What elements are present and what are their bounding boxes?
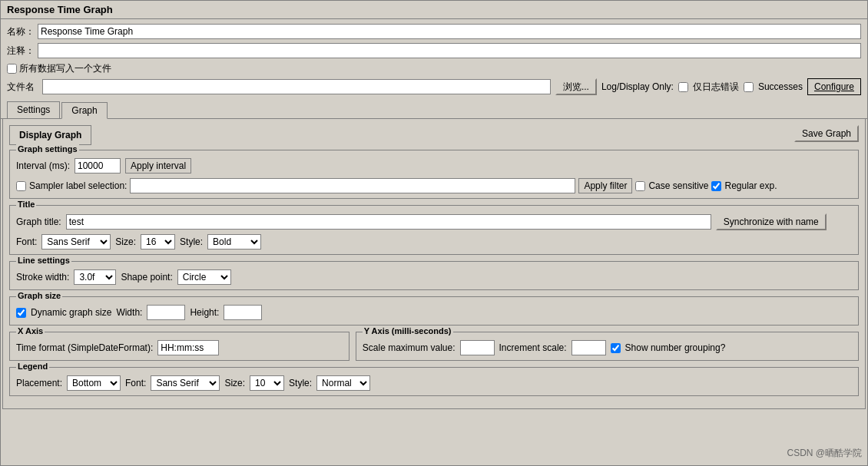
tabs-bar: Settings Graph	[1, 100, 867, 119]
font-select[interactable]: Sans SerifSerifMonospaced	[41, 234, 111, 250]
log-errors-checkbox[interactable]	[678, 82, 688, 92]
name-input[interactable]	[38, 24, 861, 39]
all-data-row: 所有数据写入一个文件	[7, 62, 861, 75]
y-axis-row: Scale maximum value: Increment scale: Sh…	[363, 340, 852, 355]
increment-scale-input[interactable]	[571, 340, 606, 355]
show-grouping-checkbox[interactable]	[611, 343, 621, 353]
axis-row: X Axis Time format (SimpleDateFormat): Y…	[9, 332, 859, 361]
stroke-width-label: Stroke width:	[16, 272, 69, 283]
graph-title-input[interactable]	[66, 214, 711, 230]
legend-row: Placement: BottomTopLeftRight Font: Sans…	[16, 375, 852, 391]
time-format-row: Time format (SimpleDateFormat):	[16, 340, 343, 355]
font2-label: Font:	[125, 378, 146, 388]
sampler-checkbox[interactable]	[16, 181, 26, 191]
graph-settings-content: Interval (ms): Apply interval Sampler la…	[16, 154, 852, 193]
main-window: Response Time Graph 名称： 注释： 所有数据写入一个文件 文…	[0, 0, 868, 466]
dynamic-graph-label: Dynamic graph size	[31, 307, 111, 318]
size2-label: Size:	[224, 378, 245, 388]
note-input[interactable]	[38, 43, 861, 58]
width-input[interactable]	[147, 305, 185, 320]
dynamic-graph-checkbox[interactable]	[16, 308, 26, 318]
sampler-input[interactable]	[130, 178, 575, 193]
sampler-label: Sampler label selection:	[29, 180, 127, 191]
style-select[interactable]: BoldItalicNormal	[207, 234, 261, 250]
legend-section: Legend Placement: BottomTopLeftRight Fon…	[9, 367, 859, 396]
graph-tab-content: Display Graph Save Graph Graph settings …	[2, 119, 866, 409]
top-btn-row: Display Graph Save Graph	[9, 125, 859, 145]
interval-label: Interval (ms):	[16, 160, 70, 171]
interval-input[interactable]	[75, 158, 121, 174]
apply-interval-button[interactable]: Apply interval	[125, 158, 191, 174]
y-axis-content: Scale maximum value: Increment scale: Sh…	[363, 335, 852, 355]
file-input[interactable]	[42, 79, 551, 94]
browse-button[interactable]: 浏览...	[555, 78, 597, 95]
regular-exp-label: Regular exp.	[724, 180, 777, 191]
shape-point-label: Shape point:	[121, 272, 172, 283]
regular-exp-checkbox[interactable]	[711, 181, 721, 191]
sampler-row: Sampler label selection: Apply filter Ca…	[16, 178, 852, 193]
size-label: Size:	[115, 236, 136, 247]
x-axis-label: X Axis	[16, 326, 45, 335]
display-graph-button[interactable]: Display Graph	[9, 125, 91, 145]
title-section: Title Graph title: Synchronize with name…	[9, 205, 859, 255]
name-row: 名称：	[7, 24, 861, 39]
graph-settings-label: Graph settings	[16, 144, 79, 154]
successes-label: Successes	[758, 81, 803, 92]
save-graph-button[interactable]: Save Graph	[794, 125, 859, 142]
stroke-width-select[interactable]: 1.0f2.0f3.0f4.0f	[74, 269, 116, 285]
case-sensitive-checkbox[interactable]	[635, 181, 645, 191]
configure-button[interactable]: Configure	[807, 78, 861, 95]
legend-label: Legend	[16, 362, 49, 371]
all-data-label: 所有数据写入一个文件	[19, 62, 111, 75]
time-format-label: Time format (SimpleDateFormat):	[16, 342, 153, 353]
font-row: Font: Sans SerifSerifMonospaced Size: 81…	[16, 234, 852, 250]
tab-graph[interactable]: Graph	[61, 102, 107, 119]
note-label: 注释：	[7, 45, 35, 58]
x-axis-section: X Axis Time format (SimpleDateFormat):	[9, 332, 350, 361]
font2-select[interactable]: Sans SerifSerifMonospaced	[151, 375, 220, 391]
line-settings-row: Stroke width: 1.0f2.0f3.0f4.0f Shape poi…	[16, 269, 852, 285]
width-label: Width:	[116, 307, 142, 318]
style2-select[interactable]: NormalBoldItalic	[316, 375, 370, 391]
font-label: Font:	[16, 236, 37, 247]
file-label: 文件名	[7, 81, 35, 94]
style2-label: Style:	[289, 378, 312, 388]
increment-scale-label: Increment scale:	[499, 342, 567, 353]
title-bar: Response Time Graph	[1, 1, 867, 19]
log-display-label: Log/Display Only:	[601, 81, 674, 92]
x-axis-content: Time format (SimpleDateFormat):	[16, 335, 343, 355]
all-data-checkbox[interactable]	[7, 64, 17, 74]
graph-size-section: Graph size Dynamic graph size Width: Hei…	[9, 296, 859, 326]
line-settings-label: Line settings	[16, 256, 71, 265]
graph-title-row: Graph title: Synchronize with name	[16, 213, 852, 230]
placement-select[interactable]: BottomTopLeftRight	[67, 375, 121, 391]
apply-filter-button[interactable]: Apply filter	[578, 178, 632, 193]
case-sensitive-label: Case sensitive	[648, 180, 708, 191]
height-input[interactable]	[224, 305, 262, 320]
title-section-content: Graph title: Synchronize with name Font:…	[16, 209, 852, 250]
scale-max-label: Scale maximum value:	[363, 342, 456, 353]
log-errors-label: 仅日志错误	[693, 81, 739, 94]
size-select[interactable]: 8101214161820	[141, 234, 175, 250]
line-settings-section: Line settings Stroke width: 1.0f2.0f3.0f…	[9, 261, 859, 290]
graph-size-row: Dynamic graph size Width: Height:	[16, 305, 852, 320]
shape-point-select[interactable]: CircleSquareTriangleNone	[177, 269, 231, 285]
line-settings-content: Stroke width: 1.0f2.0f3.0f4.0f Shape poi…	[16, 265, 852, 285]
time-format-input[interactable]	[157, 340, 219, 355]
y-axis-section: Y Axis (milli-seconds) Scale maximum val…	[356, 332, 859, 361]
scale-max-input[interactable]	[460, 340, 495, 355]
tab-settings[interactable]: Settings	[7, 101, 60, 118]
interval-row: Interval (ms): Apply interval	[16, 158, 852, 174]
sync-name-button[interactable]: Synchronize with name	[716, 213, 827, 230]
successes-checkbox[interactable]	[744, 82, 754, 92]
placement-label: Placement:	[16, 378, 62, 388]
top-panel: 名称： 注释： 所有数据写入一个文件 文件名 浏览... Log/Display…	[1, 19, 867, 100]
graph-size-label: Graph size	[16, 291, 62, 300]
graph-settings-section: Graph settings Interval (ms): Apply inte…	[9, 150, 859, 199]
size2-select[interactable]: 810121416	[250, 375, 284, 391]
legend-content: Placement: BottomTopLeftRight Font: Sans…	[16, 371, 852, 391]
file-row: 文件名 浏览... Log/Display Only: 仅日志错误 Succes…	[7, 78, 861, 95]
title-section-label: Title	[16, 200, 36, 209]
note-row: 注释：	[7, 43, 861, 58]
y-axis-label: Y Axis (milli-seconds)	[363, 326, 453, 335]
